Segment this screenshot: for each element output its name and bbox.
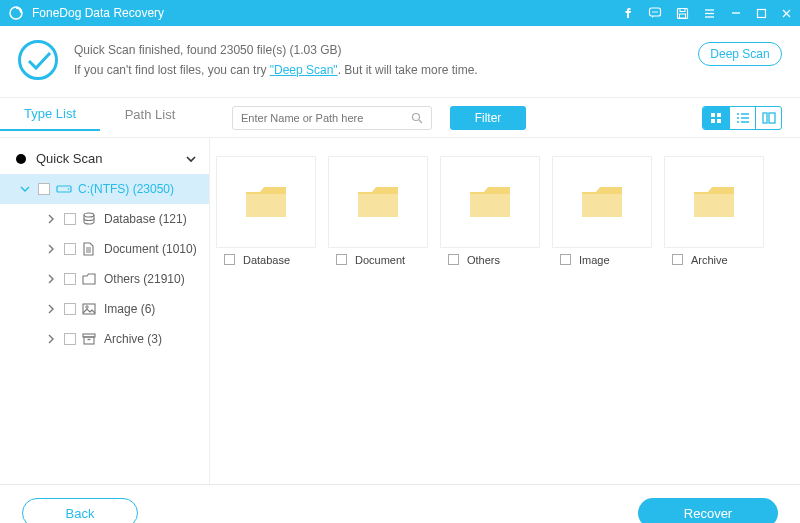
svg-rect-36: [83, 304, 95, 314]
image-icon: [82, 302, 98, 316]
tree-item-archive[interactable]: Archive (3): [0, 324, 209, 354]
tree-item-label: Database (121): [104, 212, 187, 226]
check-circle-icon: [18, 40, 58, 80]
maximize-icon[interactable]: [756, 8, 767, 19]
folder-card[interactable]: Others: [440, 156, 542, 466]
tree-item-image[interactable]: Image (6): [0, 294, 209, 324]
filter-button[interactable]: Filter: [450, 106, 526, 130]
checkbox[interactable]: [64, 303, 76, 315]
folder-card[interactable]: Document: [328, 156, 430, 466]
svg-point-31: [68, 188, 70, 190]
recover-button[interactable]: Recover: [638, 498, 778, 523]
search-box[interactable]: [232, 106, 432, 130]
folder-card[interactable]: Image: [552, 156, 654, 466]
tree-item-label: Document (1010): [104, 242, 197, 256]
folder-icon: [468, 184, 512, 220]
tree-item-label: Archive (3): [104, 332, 162, 346]
svg-rect-29: [769, 113, 775, 123]
minimize-icon[interactable]: [730, 7, 742, 19]
folder-thumb: [552, 156, 652, 248]
bullet-icon: [16, 154, 26, 164]
svg-point-16: [413, 114, 420, 121]
footer: Back Recover: [0, 484, 800, 523]
folder-icon: [692, 184, 736, 220]
app-title: FoneDog Data Recovery: [32, 6, 622, 20]
folder-grid: Database Document Others Image Archive: [210, 138, 800, 484]
archive-icon: [82, 332, 98, 346]
tree-item-database[interactable]: Database (121): [0, 204, 209, 234]
save-icon[interactable]: [676, 7, 689, 20]
chevron-right-icon[interactable]: [44, 214, 58, 224]
svg-rect-19: [717, 113, 721, 117]
folder-thumb: [328, 156, 428, 248]
checkbox[interactable]: [38, 183, 50, 195]
tree-drive[interactable]: C:(NTFS) (23050): [0, 174, 209, 204]
drive-icon: [56, 182, 72, 196]
tab-path-list[interactable]: Path List: [100, 107, 200, 130]
chevron-right-icon[interactable]: [44, 244, 58, 254]
sidebar-tree: Quick Scan C:(NTFS) (23050) Database (12…: [0, 138, 210, 484]
close-icon[interactable]: [781, 8, 792, 19]
chevron-down-icon[interactable]: [185, 153, 197, 165]
banner-text: Quick Scan finished, found 23050 file(s)…: [74, 40, 698, 81]
tree-item-others[interactable]: Others (21910): [0, 264, 209, 294]
title-bar: FoneDog Data Recovery: [0, 0, 800, 26]
folder-icon: [356, 184, 400, 220]
scan-summary: Quick Scan finished, found 23050 file(s)…: [74, 40, 698, 60]
document-icon: [82, 242, 98, 256]
tree-root-label: Quick Scan: [36, 151, 102, 166]
checkbox[interactable]: [336, 254, 347, 265]
view-grid-icon[interactable]: [703, 107, 729, 129]
svg-point-37: [86, 306, 88, 308]
search-icon[interactable]: [411, 112, 423, 124]
svg-point-4: [654, 11, 656, 13]
search-input[interactable]: [241, 112, 411, 124]
checkbox[interactable]: [64, 273, 76, 285]
svg-point-32: [84, 213, 94, 217]
folder-label: Document: [355, 254, 405, 266]
feedback-icon[interactable]: [648, 6, 662, 20]
folder-label: Others: [467, 254, 500, 266]
tab-type-list[interactable]: Type List: [0, 106, 100, 131]
folder-icon: [82, 272, 98, 286]
tree-drive-label: C:(NTFS) (23050): [78, 182, 174, 196]
svg-rect-13: [758, 9, 766, 17]
folder-label: Database: [243, 254, 290, 266]
checkbox[interactable]: [448, 254, 459, 265]
folder-label: Archive: [691, 254, 728, 266]
folder-icon: [580, 184, 624, 220]
svg-rect-7: [680, 8, 685, 11]
checkbox[interactable]: [64, 213, 76, 225]
checkbox[interactable]: [672, 254, 683, 265]
folder-icon: [244, 184, 288, 220]
scan-hint: If you can't find lost files, you can tr…: [74, 60, 698, 80]
deep-scan-link[interactable]: "Deep Scan": [270, 63, 338, 77]
chevron-down-icon[interactable]: [18, 184, 32, 194]
folder-card[interactable]: Archive: [664, 156, 766, 466]
svg-rect-20: [711, 119, 715, 123]
checkbox[interactable]: [64, 243, 76, 255]
svg-line-17: [419, 120, 422, 123]
view-list-icon[interactable]: [729, 107, 755, 129]
checkbox[interactable]: [224, 254, 235, 265]
facebook-icon[interactable]: [622, 7, 634, 19]
svg-rect-28: [763, 113, 767, 123]
svg-rect-8: [680, 14, 686, 18]
view-toggle: [702, 106, 782, 130]
database-icon: [82, 212, 98, 226]
view-detail-icon[interactable]: [755, 107, 781, 129]
checkbox[interactable]: [560, 254, 571, 265]
menu-icon[interactable]: [703, 7, 716, 20]
checkbox[interactable]: [64, 333, 76, 345]
svg-rect-21: [717, 119, 721, 123]
tree-item-document[interactable]: Document (1010): [0, 234, 209, 264]
chevron-right-icon[interactable]: [44, 274, 58, 284]
main-body: Quick Scan C:(NTFS) (23050) Database (12…: [0, 138, 800, 484]
folder-card[interactable]: Database: [216, 156, 318, 466]
back-button[interactable]: Back: [22, 498, 138, 523]
deep-scan-button[interactable]: Deep Scan: [698, 42, 782, 66]
chevron-right-icon[interactable]: [44, 334, 58, 344]
folder-thumb: [216, 156, 316, 248]
chevron-right-icon[interactable]: [44, 304, 58, 314]
tree-root-quick-scan[interactable]: Quick Scan: [0, 144, 209, 174]
